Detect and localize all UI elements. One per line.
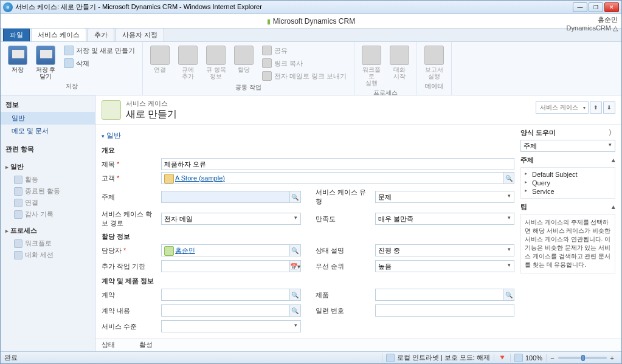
customer-lookup-button[interactable]: 🔍 bbox=[503, 173, 514, 184]
connect-button[interactable]: 연결 bbox=[148, 44, 172, 82]
tab-service-case[interactable]: 서비스 케이스 bbox=[31, 28, 86, 41]
assistant-collapse-icon[interactable]: 〉 bbox=[609, 128, 615, 137]
activities-icon bbox=[14, 176, 22, 184]
label-title: 제목 bbox=[102, 160, 115, 168]
serial-input[interactable] bbox=[375, 304, 515, 317]
start-dialog-button[interactable]: 대화 시작 bbox=[387, 44, 412, 88]
footer-status-label: 상태 bbox=[102, 340, 115, 349]
org-collapse-icon[interactable]: △ bbox=[613, 24, 618, 32]
zoom-plus-button[interactable]: + bbox=[610, 354, 614, 362]
status-reason-select[interactable] bbox=[375, 244, 515, 256]
audit-icon bbox=[14, 210, 22, 219]
product-lookup-button[interactable]: 🔍 bbox=[503, 289, 514, 300]
copy-link-button[interactable]: 링크 복사 bbox=[260, 57, 349, 69]
tree-item[interactable]: Service bbox=[525, 187, 611, 196]
owner-link[interactable]: 홍순민 bbox=[164, 245, 195, 256]
footer-status-value: 활성 bbox=[139, 340, 153, 349]
contract-lookup-button[interactable]: 🔍 bbox=[289, 289, 300, 300]
share-button[interactable]: 공유 bbox=[260, 44, 349, 57]
section-general[interactable]: 일반 bbox=[102, 128, 514, 143]
record-next-button[interactable]: ⬇ bbox=[603, 101, 615, 114]
email-link-icon bbox=[262, 71, 272, 81]
subsection-overview: 개요 bbox=[102, 143, 514, 156]
tree-item[interactable]: Default Subject bbox=[525, 170, 611, 179]
tips-header: 팁 bbox=[520, 202, 527, 211]
subject-lookup-button[interactable]: 🔍 bbox=[289, 191, 300, 202]
assign-button[interactable]: 할당 bbox=[232, 44, 256, 82]
status-done: 완료 bbox=[4, 353, 18, 362]
tab-customize[interactable]: 사용자 지정 bbox=[116, 28, 164, 41]
nav-workflows[interactable]: 워크플로 bbox=[1, 238, 95, 249]
nav-activities[interactable]: 활동 bbox=[1, 174, 95, 185]
subject-tree: Default Subject Query Service bbox=[520, 167, 615, 199]
save-and-close-button[interactable]: 저장 후 닫기 bbox=[33, 44, 58, 81]
nav-related-header: 관련 항목 bbox=[1, 142, 95, 156]
nav-closed-activities[interactable]: 종료된 활동 bbox=[1, 185, 95, 197]
record-selector[interactable]: 서비스 케이스 bbox=[536, 101, 589, 114]
nav-dialog-sessions[interactable]: 대화 세션 bbox=[1, 249, 95, 261]
queue-item-info-button[interactable]: 큐 항목 정보 bbox=[204, 44, 228, 82]
dialog-sessions-icon bbox=[14, 251, 22, 259]
followup-date-button[interactable]: 📅▾ bbox=[289, 261, 300, 272]
service-level-select[interactable] bbox=[161, 320, 301, 332]
run-report-button[interactable]: 보고서 실행 bbox=[422, 44, 446, 81]
minimize-button[interactable]: — bbox=[573, 2, 587, 12]
subject-input[interactable] bbox=[161, 191, 301, 203]
contract-line-lookup-button[interactable]: 🔍 bbox=[289, 305, 300, 316]
tab-add[interactable]: 추가 bbox=[88, 28, 114, 41]
nav-general[interactable]: 일반 bbox=[1, 112, 95, 125]
nav-general-group[interactable]: 일반 bbox=[1, 160, 95, 174]
assistant-selector[interactable] bbox=[520, 140, 615, 152]
zone-icon bbox=[386, 354, 395, 362]
product-input[interactable] bbox=[375, 289, 515, 301]
nav-audit[interactable]: 감사 기록 bbox=[1, 208, 95, 220]
label-case-type: 서비스 케이스 유형 bbox=[316, 188, 366, 205]
copy-link-icon bbox=[262, 58, 272, 68]
add-to-queue-button[interactable]: 큐에 추가 bbox=[176, 44, 200, 82]
zoom-slider[interactable] bbox=[558, 357, 607, 359]
tree-collapse-icon[interactable]: ▴ bbox=[612, 156, 615, 164]
customer-link[interactable]: A Store (sample) bbox=[164, 173, 225, 184]
record-prev-button[interactable]: ⬆ bbox=[590, 101, 602, 114]
subsection-contract: 계약 및 제품 정보 bbox=[102, 274, 514, 287]
satisfaction-select[interactable] bbox=[375, 213, 515, 225]
report-icon bbox=[424, 46, 444, 65]
save-and-new-button[interactable]: 저장 및 새로 만들기 bbox=[61, 44, 137, 57]
save-icon bbox=[8, 46, 27, 65]
delete-button[interactable]: 삭제 bbox=[61, 57, 137, 69]
tree-item[interactable]: Query bbox=[525, 179, 611, 187]
contract-input[interactable] bbox=[161, 289, 301, 301]
save-button[interactable]: 저장 bbox=[5, 44, 30, 81]
label-subject: 주제 bbox=[102, 193, 115, 201]
nav-info-header: 정보 bbox=[1, 98, 95, 112]
email-link-button[interactable]: 전자 메일로 링크 보내기 bbox=[260, 70, 349, 82]
followup-input[interactable] bbox=[161, 260, 301, 272]
maximize-button[interactable]: ❐ bbox=[589, 2, 603, 12]
entity-label: 서비스 케이스 bbox=[126, 99, 177, 108]
label-contract-line: 계약 내용 bbox=[102, 307, 130, 314]
zoom-out-button[interactable]: 🔻 bbox=[494, 354, 510, 362]
label-customer: 고객 bbox=[102, 174, 115, 182]
app-brand: Microsoft Dynamics CRM bbox=[267, 17, 355, 26]
tab-file[interactable]: 파일 bbox=[3, 28, 30, 41]
close-button[interactable]: ✕ bbox=[604, 2, 619, 12]
zoom-minus-button[interactable]: − bbox=[550, 354, 554, 362]
title-input[interactable] bbox=[161, 158, 514, 170]
run-workflow-button[interactable]: 워크플로 실행 bbox=[359, 44, 384, 88]
share-icon bbox=[262, 46, 272, 55]
label-product: 제품 bbox=[316, 291, 329, 298]
delete-icon bbox=[64, 58, 74, 68]
nav-notes[interactable]: 메모 및 문서 bbox=[1, 125, 95, 137]
label-service-level: 서비스 수준 bbox=[102, 323, 137, 330]
label-status-reason: 상태 설명 bbox=[316, 247, 344, 254]
tips-collapse-icon[interactable]: ▴ bbox=[612, 203, 615, 211]
origin-select[interactable] bbox=[161, 213, 301, 225]
nav-processes-group[interactable]: 프로세스 bbox=[1, 224, 95, 238]
queue-add-icon bbox=[178, 46, 198, 65]
label-serial: 일련 번호 bbox=[316, 307, 344, 314]
owner-lookup-button[interactable]: 🔍 bbox=[289, 245, 300, 256]
nav-connections[interactable]: 연결 bbox=[1, 197, 95, 208]
case-type-select[interactable] bbox=[375, 191, 515, 203]
contract-line-input[interactable] bbox=[161, 304, 301, 317]
priority-select[interactable] bbox=[375, 260, 515, 272]
